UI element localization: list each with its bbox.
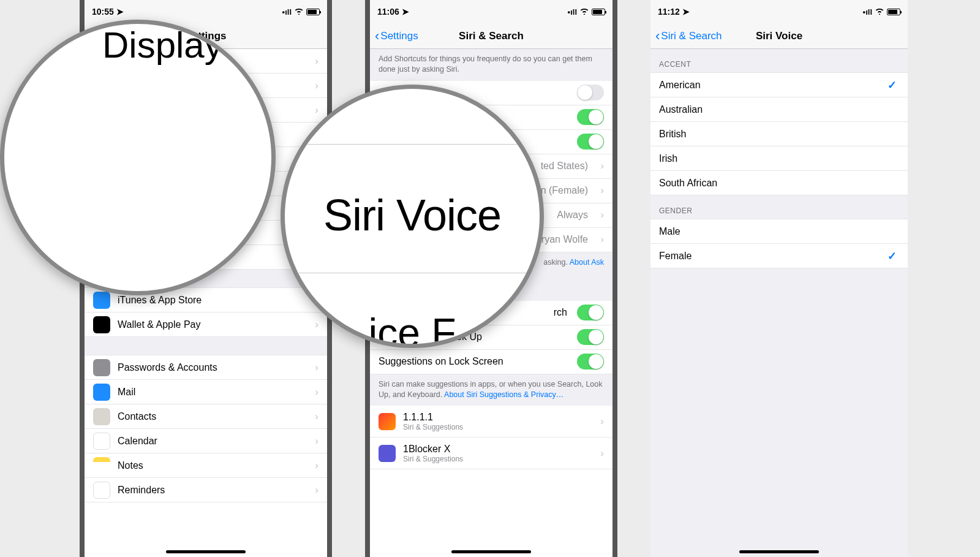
accent-option[interactable]: British	[650, 122, 908, 146]
app-icon	[379, 413, 396, 430]
option-label: South African	[659, 178, 717, 189]
cell-value: Bryan Wolfe	[535, 234, 588, 245]
status-bar: 11:12➤ •ıll	[650, 0, 908, 23]
checkmark-icon: ✓	[888, 249, 897, 263]
list-item[interactable]: Passwords & Accounts›	[85, 355, 327, 380]
page-title: Siri & Search	[459, 30, 524, 42]
magnifier-sirivoice: Siri Voice ice F	[281, 85, 544, 348]
cell-value: ted States)	[541, 161, 588, 172]
status-time: 11:06	[377, 7, 399, 17]
list-item[interactable]: Wallet & Apple Pay›	[85, 313, 327, 337]
back-label: Settings	[380, 30, 418, 42]
app-icon	[93, 292, 110, 309]
chevron-icon: ›	[600, 184, 604, 197]
accent-option[interactable]: Australian	[650, 97, 908, 122]
battery-icon	[306, 9, 320, 15]
app-sublabel: Siri & Suggestions	[403, 423, 463, 431]
chevron-left-icon: ‹	[655, 28, 660, 44]
shortcuts-footer: Add Shortcuts for things you frequently …	[370, 49, 612, 81]
chevron-icon: ›	[315, 411, 318, 423]
page-title: Siri Voice	[756, 30, 802, 42]
option-label: American	[659, 80, 701, 91]
app-icon	[93, 433, 110, 450]
list-item[interactable]: Calendar›	[85, 429, 327, 453]
wifi-icon	[579, 7, 589, 17]
suggestions-lockscreen-row[interactable]: Suggestions on Lock Screen	[370, 350, 612, 374]
accent-option[interactable]: American✓	[650, 73, 908, 97]
location-icon: ➤	[402, 7, 409, 17]
chevron-icon: ›	[600, 209, 604, 221]
accent-option[interactable]: South African	[650, 171, 908, 195]
option-label: Female	[659, 251, 692, 262]
app-row[interactable]: 1.1.1.1Siri & Suggestions›	[370, 406, 612, 438]
list-item[interactable]: Contacts›	[85, 404, 327, 429]
about-suggestions-link[interactable]: About Siri Suggestions & Privacy…	[444, 390, 564, 399]
status-icons: •ıll	[863, 7, 900, 17]
chevron-icon: ›	[315, 484, 318, 496]
cell-label: Suggestions on Lock Screen	[379, 356, 503, 367]
toggle-switch[interactable]	[577, 354, 604, 369]
app-icon	[379, 445, 396, 462]
chevron-icon: ›	[600, 415, 604, 428]
wifi-icon	[294, 7, 304, 17]
nav-header: ‹Siri & Search Siri Voice	[650, 23, 908, 49]
magnifier-settings: Display Wallpaper Siri & Search Face ID …	[0, 20, 276, 295]
status-bar: 11:06➤ •ıll	[370, 0, 612, 23]
chevron-icon: ›	[315, 386, 318, 398]
cell-label: Wallet & Apple Pay	[118, 319, 200, 330]
chevron-icon: ›	[315, 319, 318, 331]
mag-display-row: Display	[4, 24, 276, 295]
nav-header: ‹Settings Siri & Search	[370, 23, 612, 49]
home-indicator[interactable]	[166, 550, 246, 553]
back-button[interactable]: ‹Settings	[375, 28, 418, 44]
chevron-icon: ›	[315, 435, 318, 447]
location-icon: ➤	[682, 7, 690, 17]
app-label: 1.1.1.1	[403, 412, 463, 423]
status-time: 10:55	[92, 7, 114, 17]
toggle-switch[interactable]	[577, 305, 604, 320]
toggle-switch[interactable]	[577, 329, 604, 345]
list-item[interactable]: Reminders›	[85, 478, 327, 502]
accent-option[interactable]: Irish	[650, 146, 908, 171]
wifi-icon	[875, 7, 884, 17]
gender-option[interactable]: Female✓	[650, 244, 908, 268]
siri-voice-screen: 11:12➤ •ıll ‹Siri & Search Siri Voice AC…	[650, 0, 908, 557]
chevron-icon: ›	[315, 55, 318, 67]
home-indicator[interactable]	[451, 550, 531, 553]
app-icon	[93, 482, 110, 499]
chevron-icon: ›	[600, 160, 604, 172]
app-icon	[93, 384, 110, 401]
signal-icon: •ıll	[282, 7, 292, 17]
app-icon	[93, 359, 110, 376]
cell-value: n (Female)	[541, 185, 588, 196]
app-sublabel: Siri & Suggestions	[403, 455, 463, 463]
cell-label: Calendar	[118, 436, 157, 447]
option-label: Australian	[659, 104, 703, 115]
back-button[interactable]: ‹Siri & Search	[655, 28, 722, 44]
toggle-switch[interactable]	[577, 85, 604, 100]
app-row[interactable]: 1Blocker XSiri & Suggestions›	[370, 438, 612, 469]
app-icon	[93, 408, 110, 425]
status-time: 11:12	[658, 7, 680, 17]
accent-header: ACCENT	[650, 49, 908, 73]
chevron-left-icon: ‹	[375, 28, 379, 44]
signal-icon: •ıll	[863, 7, 872, 17]
battery-icon	[592, 9, 605, 15]
cell-label: Contacts	[118, 411, 156, 422]
cell-label: Passwords & Accounts	[118, 362, 217, 373]
list-item[interactable]: Mail›	[85, 380, 327, 404]
checkmark-icon: ✓	[888, 78, 897, 92]
gender-header: GENDER	[650, 195, 908, 219]
toggle-switch[interactable]	[577, 134, 604, 150]
chevron-icon: ›	[315, 362, 318, 374]
cell-label: Mail	[118, 387, 135, 398]
option-label: Male	[659, 226, 680, 237]
home-indicator[interactable]	[739, 550, 819, 553]
gender-option[interactable]: Male	[650, 219, 908, 244]
status-icons: •ıll	[282, 7, 320, 17]
status-bar: 10:55➤ •ıll	[85, 0, 327, 23]
list-item[interactable]: Notes›	[85, 453, 327, 478]
toggle-switch[interactable]	[577, 109, 604, 125]
status-icons: •ıll	[568, 7, 605, 17]
about-ask-link[interactable]: About Ask	[570, 258, 604, 267]
